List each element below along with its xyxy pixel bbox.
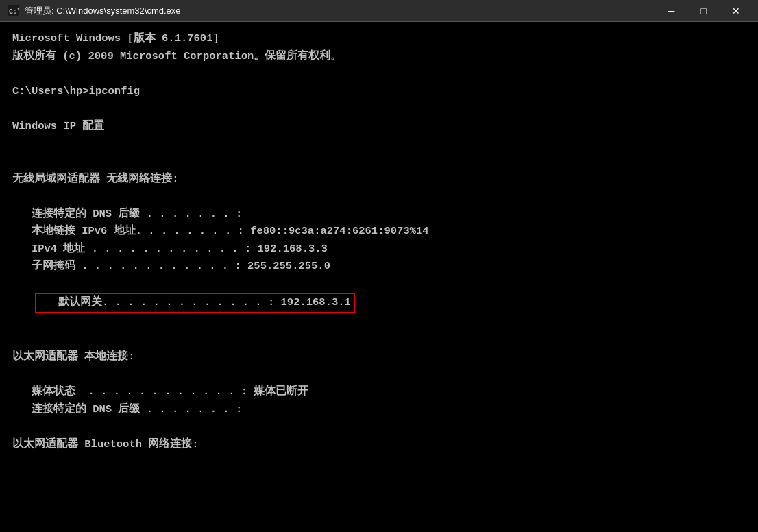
terminal-line-19: 媒体状态 . . . . . . . . . . . . : 媒体已断开 xyxy=(12,383,746,401)
terminal-line-5 xyxy=(12,100,746,118)
terminal-line-11: 连接特定的 DNS 后缀 . . . . . . . : xyxy=(12,206,746,223)
terminal-line-9: 无线局域网适配器 无线网络连接: xyxy=(12,171,746,189)
terminal-line-10 xyxy=(12,188,746,206)
terminal-line-6: Windows IP 配置 xyxy=(12,118,746,136)
terminal-line-7 xyxy=(12,135,746,153)
title-bar: C:\ 管理员: C:\Windows\system32\cmd.exe ─ □… xyxy=(0,0,758,22)
terminal-line-2: 版权所有 (c) 2009 Microsoft Corporation。保留所有… xyxy=(12,48,746,66)
default-gateway-highlight: 默认网关. . . . . . . . . . . . . : 192.168.… xyxy=(35,293,355,313)
terminal-line-17: 以太网适配器 本地连接: xyxy=(12,348,746,366)
svg-text:C:\: C:\ xyxy=(9,8,19,16)
terminal-line-16 xyxy=(12,331,746,349)
terminal-line-3 xyxy=(12,65,746,83)
cmd-icon: C:\ xyxy=(7,5,19,17)
title-bar-controls: ─ □ ✕ xyxy=(656,1,751,21)
terminal-body: Microsoft Windows [版本 6.1.7601] 版权所有 (c)… xyxy=(0,22,758,532)
terminal-line-14: 子网掩码 . . . . . . . . . . . . : 255.255.2… xyxy=(12,258,746,276)
terminal-line-1: Microsoft Windows [版本 6.1.7601] xyxy=(12,30,746,48)
maximize-button[interactable]: □ xyxy=(688,1,719,21)
close-button[interactable]: ✕ xyxy=(720,1,751,21)
terminal-line-22: 以太网适配器 Bluetooth 网络连接: xyxy=(12,436,746,454)
terminal-line-4: C:\Users\hp>ipconfig xyxy=(12,83,746,101)
title-bar-text: 管理员: C:\Windows\system32\cmd.exe xyxy=(25,5,650,17)
terminal-line-18 xyxy=(12,366,746,384)
terminal-line-13: IPv4 地址 . . . . . . . . . . . . : 192.16… xyxy=(12,241,746,258)
minimize-button[interactable]: ─ xyxy=(656,1,687,21)
terminal-line-21 xyxy=(12,418,746,436)
terminal-line-12: 本地链接 IPv6 地址. . . . . . . . : fe80::9c3a… xyxy=(12,223,746,241)
terminal-line-8 xyxy=(12,153,746,171)
terminal-line-20: 连接特定的 DNS 后缀 . . . . . . . : xyxy=(12,401,746,419)
terminal-line-15-highlighted: 默认网关. . . . . . . . . . . . . : 192.168.… xyxy=(12,276,746,331)
